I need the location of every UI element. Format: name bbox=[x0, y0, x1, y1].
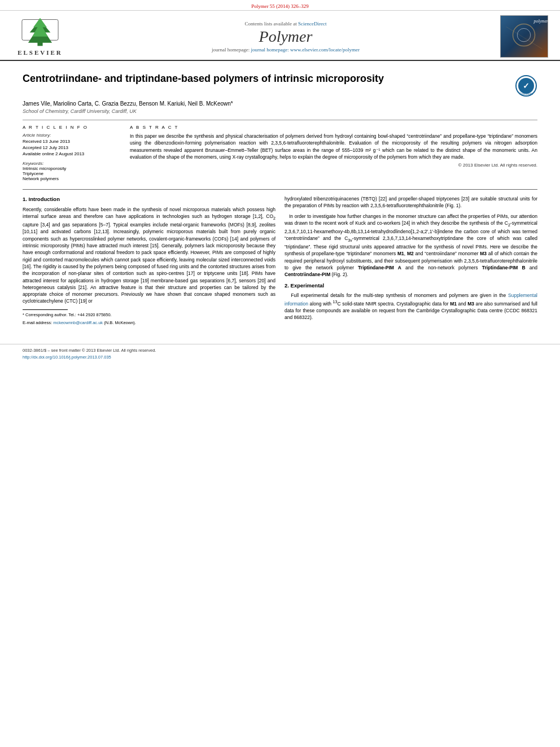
abstract-text: In this paper we describe the synthesis … bbox=[130, 133, 537, 160]
section1-col2-p1: hydroxylated tribenzotriquinacenes (TBTQ… bbox=[285, 195, 537, 209]
svg-text:polymer: polymer bbox=[533, 19, 548, 24]
svg-marker-3 bbox=[32, 18, 48, 37]
article-available: Available online 2 August 2013 bbox=[23, 151, 119, 156]
article-info-header: A R T I C L E I N F O bbox=[23, 125, 119, 130]
svg-text:CrossMark: CrossMark bbox=[519, 92, 533, 95]
journal-header-center: Contents lists available at ScienceDirec… bbox=[77, 21, 495, 53]
elsevier-text: ELSEVIER bbox=[18, 49, 63, 56]
abstract-header: A B S T R A C T bbox=[130, 125, 537, 130]
supplemental-info-link[interactable]: Supplemental information bbox=[285, 292, 537, 306]
journal-citation: Polymer 55 (2014) 326–329 bbox=[251, 3, 309, 9]
elsevier-tree-icon bbox=[20, 17, 60, 48]
article-info-col: A R T I C L E I N F O Article history: R… bbox=[23, 125, 119, 181]
footer-doi: http://dx.doi.org/10.1016/j.polymer.2013… bbox=[23, 355, 537, 360]
authors-line: James Vile, Mariolino Carta, C. Grazia B… bbox=[23, 101, 537, 107]
section1-heading-text: 1. Introduction bbox=[23, 196, 60, 202]
keyword-2: Triptycene bbox=[23, 171, 119, 176]
body-two-col: 1. Introduction Recently, considerable e… bbox=[23, 189, 537, 328]
article-history-label: Article history: bbox=[23, 133, 119, 138]
footnote-corresponding: * Corresponding author. Tel.: +44 2920 8… bbox=[23, 312, 275, 318]
footnote-email: E-mail address: mckeownnb@cardiff.ac.uk … bbox=[23, 320, 275, 326]
section2-heading: 2. Experimental bbox=[285, 282, 537, 290]
keyword-3: Network polymers bbox=[23, 176, 119, 181]
body-col-right: hydroxylated tribenzotriquinacenes (TBTQ… bbox=[285, 195, 537, 328]
crossmark-icon: ✓ CrossMark bbox=[515, 75, 537, 97]
section1-text: Recently, considerable efforts have been… bbox=[23, 207, 275, 304]
article-title-section: Centrotriindane- and triptindane-based p… bbox=[23, 68, 537, 97]
journal-cover-image: polymer bbox=[500, 15, 551, 58]
body-col-left: 1. Introduction Recently, considerable e… bbox=[23, 195, 275, 328]
email-name-parens: (N.B. McKeown). bbox=[104, 320, 136, 325]
journal-homepage: journal homepage: journal homepage: www.… bbox=[77, 47, 495, 53]
elsevier-logo: ELSEVIER bbox=[9, 17, 71, 56]
email-link[interactable]: mckeownnb@cardiff.ac.uk bbox=[53, 320, 103, 325]
doi-link[interactable]: http://dx.doi.org/10.1016/j.polymer.2013… bbox=[23, 355, 111, 360]
science-direct-link[interactable]: ScienceDirect bbox=[298, 21, 326, 27]
authors-text: James Vile, Mariolino Carta, C. Grazia B… bbox=[23, 101, 233, 107]
cover-art-svg: polymer bbox=[501, 15, 548, 58]
journal-top-bar: Polymer 55 (2014) 326–329 bbox=[0, 0, 560, 11]
section2-heading-text: 2. Experimental bbox=[285, 282, 324, 289]
section1-col2-p2: In order to investigate how further chan… bbox=[285, 213, 537, 278]
main-content: Centrotriindane- and triptindane-based p… bbox=[0, 61, 560, 335]
journal-header: ELSEVIER Contents lists available at Sci… bbox=[0, 11, 560, 61]
affiliation-line: School of Chemistry, Cardiff University,… bbox=[23, 108, 537, 114]
article-received: Received 13 June 2013 bbox=[23, 139, 119, 144]
polymer-cover-art: polymer bbox=[500, 15, 548, 58]
page-footer: 0032-3861/$ – see front matter © 2013 El… bbox=[0, 344, 560, 365]
abstract-col: A B S T R A C T In this paper we describ… bbox=[130, 125, 537, 181]
keyword-1: Intrinsic microporosity bbox=[23, 166, 119, 171]
section1-heading: 1. Introduction bbox=[23, 195, 275, 203]
info-abstract-section: A R T I C L E I N F O Article history: R… bbox=[23, 120, 537, 181]
email-label: E-mail address: bbox=[23, 320, 53, 325]
journal-name: Polymer bbox=[77, 28, 495, 46]
article-title: Centrotriindane- and triptindane-based p… bbox=[23, 72, 509, 85]
section2-col2-p1: Full experimental details for the multi-… bbox=[285, 292, 537, 321]
article-accepted: Accepted 12 July 2013 bbox=[23, 145, 119, 150]
page-wrapper: Polymer 55 (2014) 326–329 ELSEVIER Conte… bbox=[0, 0, 560, 365]
elsevier-logo-section: ELSEVIER bbox=[9, 17, 71, 56]
journal-url[interactable]: journal homepage: www.elsevier.com/locat… bbox=[251, 47, 360, 53]
science-direct-line: Contents lists available at ScienceDirec… bbox=[77, 21, 495, 27]
abstract-copyright: © 2013 Elsevier Ltd. All rights reserved… bbox=[130, 163, 537, 168]
svg-text:✓: ✓ bbox=[523, 81, 530, 90]
footer-issn: 0032-3861/$ – see front matter © 2013 El… bbox=[23, 348, 537, 353]
keywords-label: Keywords: bbox=[23, 161, 119, 166]
section1-paragraph: Recently, considerable efforts have been… bbox=[23, 206, 275, 305]
footnote-separator bbox=[23, 309, 68, 310]
keywords-section: Keywords: Intrinsic microporosity Tripty… bbox=[23, 161, 119, 181]
